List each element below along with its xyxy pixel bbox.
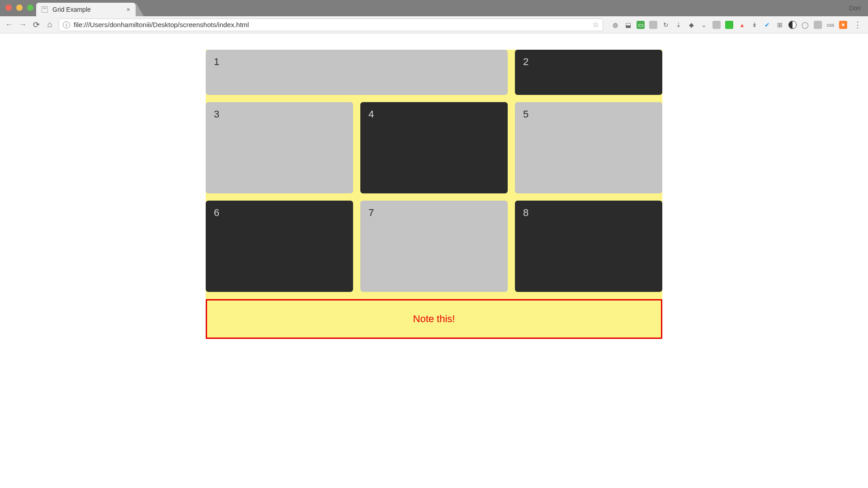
- extension-icons: ◍ ⬓ ▭ ↻ ⇣ ◆ ⌄ ▴ ↡ ✔ ⊞ ◯ css ✶ ⋮: [608, 20, 863, 30]
- extension-icon[interactable]: [788, 21, 797, 29]
- grid-cell-label: 1: [214, 56, 219, 67]
- browser-tab[interactable]: Grid Example ×: [36, 3, 136, 16]
- grid-cell-3: 3: [206, 102, 353, 193]
- browser-titlebar: Grid Example × Don: [0, 0, 868, 16]
- bookmark-star-icon[interactable]: ☆: [592, 20, 599, 29]
- extension-icon[interactable]: ⇣: [675, 21, 683, 29]
- grid-cell-5: 5: [515, 102, 662, 193]
- grid-cell-1: 1: [206, 50, 508, 95]
- grid-cell-label: 7: [368, 207, 374, 218]
- extension-icon[interactable]: ◍: [611, 21, 619, 29]
- tab-close-icon[interactable]: ×: [127, 6, 130, 13]
- extension-icon[interactable]: ◯: [801, 21, 809, 29]
- grid-cell-label: 8: [523, 207, 528, 218]
- page-content: 1 2 3 4 5 6 7 8 Note this!: [0, 33, 868, 339]
- window-close-icon[interactable]: [5, 5, 12, 11]
- extension-icon[interactable]: ↻: [662, 21, 670, 29]
- grid-cell-8: 8: [515, 201, 662, 292]
- url-text: file:///Users/donhamiltoniii/Desktop/scr…: [74, 21, 249, 28]
- grid-container: 1 2 3 4 5 6 7 8 Note this!: [206, 50, 662, 339]
- site-info-icon[interactable]: i: [63, 21, 70, 28]
- tab-favicon-icon: [42, 6, 48, 13]
- back-button[interactable]: ←: [5, 20, 14, 29]
- window-minimize-icon[interactable]: [16, 5, 23, 11]
- extension-icon[interactable]: ✔: [763, 21, 771, 29]
- tab-title: Grid Example: [52, 6, 91, 13]
- grid-cell-2: 2: [515, 50, 662, 95]
- note-banner: Note this!: [206, 299, 662, 339]
- extension-icon[interactable]: [712, 21, 721, 29]
- extension-icon[interactable]: ▴: [738, 21, 746, 29]
- css-extension-icon[interactable]: css: [826, 21, 835, 29]
- extension-icon[interactable]: ⬓: [624, 21, 632, 29]
- extension-icon[interactable]: ⊞: [776, 21, 784, 29]
- window-maximize-icon[interactable]: [27, 5, 33, 11]
- grid-cell-label: 2: [523, 56, 528, 67]
- forward-button[interactable]: →: [18, 20, 27, 29]
- reload-button[interactable]: ⟳: [32, 20, 41, 30]
- grid-cell-label: 4: [368, 108, 374, 120]
- new-tab-button[interactable]: [136, 3, 144, 16]
- extension-icon[interactable]: [649, 21, 657, 29]
- browser-toolbar: ← → ⟳ ⌂ i file:///Users/donhamiltoniii/D…: [0, 16, 868, 33]
- pocket-icon[interactable]: ⌄: [700, 21, 708, 29]
- extension-icon[interactable]: [725, 21, 733, 29]
- extension-icon[interactable]: ▭: [637, 21, 645, 29]
- extension-icon[interactable]: ✶: [839, 21, 847, 29]
- extension-icon[interactable]: ◆: [687, 21, 695, 29]
- extension-icon[interactable]: [814, 21, 822, 29]
- browser-menu-icon[interactable]: ⋮: [852, 20, 863, 30]
- grid-cell-4: 4: [360, 102, 508, 193]
- grid-cell-label: 3: [214, 108, 219, 120]
- grid-cell-7: 7: [360, 201, 508, 292]
- grid-cell-label: 5: [523, 108, 528, 120]
- extension-icon[interactable]: ↡: [750, 21, 759, 29]
- profile-label[interactable]: Don: [849, 5, 861, 12]
- note-text: Note this!: [413, 313, 455, 324]
- grid-cell-6: 6: [206, 201, 353, 292]
- window-controls: [5, 5, 33, 11]
- address-bar[interactable]: i file:///Users/donhamiltoniii/Desktop/s…: [59, 19, 603, 31]
- home-button[interactable]: ⌂: [45, 20, 54, 29]
- grid-cell-label: 6: [214, 207, 219, 218]
